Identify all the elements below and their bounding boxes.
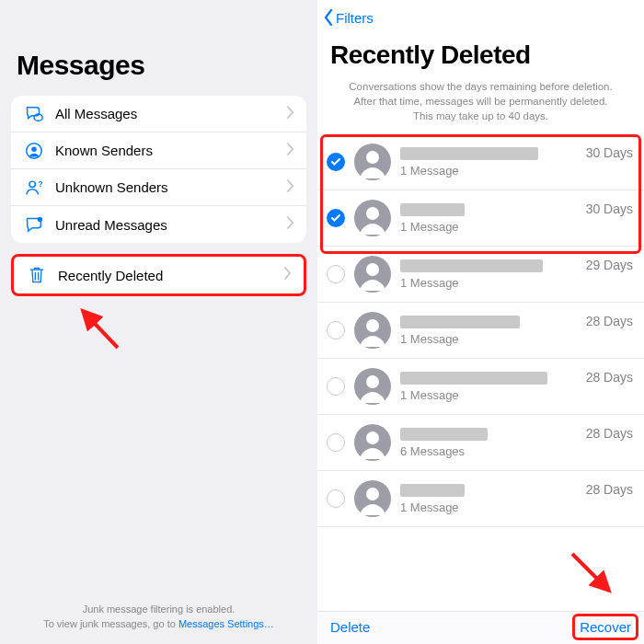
svg-point-3 xyxy=(29,181,35,187)
avatar-icon xyxy=(354,200,391,236)
avatar-icon xyxy=(354,368,391,405)
svg-point-11 xyxy=(366,431,379,444)
redacted-name xyxy=(400,316,520,328)
redacted-name xyxy=(400,428,488,441)
checkbox-unselected[interactable] xyxy=(327,489,345,508)
checkbox-selected[interactable] xyxy=(327,153,345,171)
svg-point-2 xyxy=(31,146,37,152)
svg-point-9 xyxy=(366,319,379,332)
avatar-icon xyxy=(354,144,391,180)
chevron-right-icon xyxy=(286,143,295,159)
conversation-row[interactable]: 1 Message28 Days xyxy=(317,303,644,359)
filter-label: Recently Deleted xyxy=(58,268,283,283)
chevron-right-icon xyxy=(286,216,295,233)
redacted-name xyxy=(400,147,538,160)
svg-point-5 xyxy=(38,217,42,223)
conversation-info: 1 Message xyxy=(400,147,577,178)
chevron-right-icon xyxy=(283,267,293,283)
message-count: 1 Message xyxy=(400,220,577,234)
conversation-info: 1 Message xyxy=(400,316,577,346)
avatar-icon xyxy=(354,480,391,517)
svg-point-12 xyxy=(366,488,379,500)
avatar-icon xyxy=(354,256,391,293)
days-remaining: 30 Days xyxy=(586,201,633,216)
recently-deleted-group: Recently Deleted xyxy=(11,254,306,296)
chevron-right-icon xyxy=(286,179,295,196)
back-label: Filters xyxy=(336,10,374,26)
recover-button[interactable]: Recover xyxy=(580,619,631,635)
message-count: 1 Message xyxy=(400,332,577,346)
delete-button[interactable]: Delete xyxy=(330,619,370,635)
svg-point-8 xyxy=(366,263,379,276)
message-count: 1 Message xyxy=(400,276,577,290)
checkbox-unselected[interactable] xyxy=(327,265,345,283)
svg-text:?: ? xyxy=(39,180,43,189)
chat-dot-icon xyxy=(22,214,46,235)
filter-label: All Messages xyxy=(55,106,286,121)
redacted-name xyxy=(400,203,465,216)
conversation-row[interactable]: 1 Message30 Days xyxy=(317,134,644,190)
bottom-toolbar: Delete Recover xyxy=(317,611,644,644)
person-question-icon: ? xyxy=(22,178,46,198)
filter-unread-messages[interactable]: Unread Messages xyxy=(11,206,306,243)
conversation-info: 1 Message xyxy=(400,259,577,290)
conversation-row[interactable]: 1 Message28 Days xyxy=(317,471,644,527)
avatar-icon xyxy=(354,424,391,461)
conversation-row[interactable]: 1 Message28 Days xyxy=(317,359,644,415)
message-count: 1 Message xyxy=(400,388,577,402)
trash-icon xyxy=(25,265,49,285)
conversation-row[interactable]: 6 Messages28 Days xyxy=(317,415,644,471)
info-line: Conversations show the days remaining be… xyxy=(349,81,612,92)
messages-settings-link[interactable]: Messages Settings… xyxy=(178,618,274,629)
person-circle-icon xyxy=(22,141,46,161)
conversation-list: 1 Message30 Days1 Message30 Days1 Messag… xyxy=(317,134,644,611)
filter-label: Unread Messages xyxy=(55,217,286,233)
filter-label: Unknown Senders xyxy=(55,179,286,195)
annotation-arrow-icon xyxy=(72,304,127,350)
recover-label: Recover xyxy=(580,619,631,635)
days-remaining: 28 Days xyxy=(586,314,633,328)
filter-all-messages[interactable]: All Messages xyxy=(11,96,306,132)
svg-point-7 xyxy=(366,207,379,220)
recently-deleted-pane: Filters Recently Deleted Conversations s… xyxy=(317,0,644,644)
redacted-name xyxy=(400,372,547,385)
conversation-info: 1 Message xyxy=(400,203,577,234)
checkbox-unselected[interactable] xyxy=(327,433,345,452)
page-title: Recently Deleted xyxy=(317,26,644,75)
days-remaining: 28 Days xyxy=(586,482,633,497)
junk-footer: Junk message filtering is enabled. To vi… xyxy=(0,603,317,631)
filters-list: All Messages Known Senders ? Unknown Sen… xyxy=(11,96,306,243)
conversation-row[interactable]: 1 Message30 Days xyxy=(317,190,644,247)
junk-note-line2: To view junk messages, go to xyxy=(43,618,178,629)
junk-note-line1: Junk message filtering is enabled. xyxy=(83,604,236,615)
conversation-info: 1 Message xyxy=(400,484,577,514)
days-remaining: 28 Days xyxy=(586,370,633,385)
info-line: This may take up to 40 days. xyxy=(413,110,548,121)
chevron-left-icon xyxy=(323,9,334,26)
filter-label: Known Senders xyxy=(55,143,286,158)
conversation-row[interactable]: 1 Message29 Days xyxy=(317,247,644,303)
filter-known-senders[interactable]: Known Senders xyxy=(11,132,306,169)
avatar-icon xyxy=(354,312,391,349)
conversation-info: 6 Messages xyxy=(400,428,577,458)
redacted-name xyxy=(400,259,543,272)
back-button[interactable]: Filters xyxy=(317,6,644,26)
checkbox-unselected[interactable] xyxy=(327,377,345,396)
svg-point-10 xyxy=(366,375,379,388)
checkbox-selected[interactable] xyxy=(327,209,345,227)
chevron-right-icon xyxy=(286,106,295,122)
info-text: Conversations show the days remaining be… xyxy=(317,75,644,134)
checkbox-unselected[interactable] xyxy=(327,321,345,339)
days-remaining: 28 Days xyxy=(586,426,633,441)
page-title: Messages xyxy=(11,9,306,92)
filter-recently-deleted[interactable]: Recently Deleted xyxy=(14,257,304,293)
info-line: After that time, messages will be perman… xyxy=(353,96,607,107)
conversation-info: 1 Message xyxy=(400,372,577,402)
message-count: 1 Message xyxy=(400,164,577,178)
days-remaining: 30 Days xyxy=(586,145,633,160)
filter-unknown-senders[interactable]: ? Unknown Senders xyxy=(11,169,306,206)
days-remaining: 29 Days xyxy=(586,258,633,272)
chat-bubbles-icon xyxy=(22,104,46,124)
message-count: 6 Messages xyxy=(400,444,577,458)
message-count: 1 Message xyxy=(400,500,577,514)
